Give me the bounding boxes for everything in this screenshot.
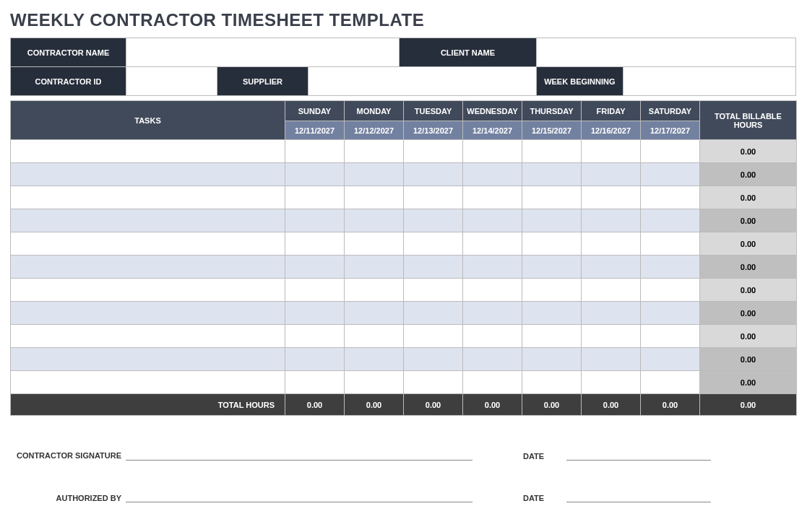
hours-cell[interactable] bbox=[285, 256, 345, 279]
hours-cell[interactable] bbox=[463, 325, 522, 348]
task-cell[interactable] bbox=[11, 186, 285, 209]
hours-cell[interactable] bbox=[582, 186, 641, 209]
hours-cell[interactable] bbox=[522, 302, 582, 325]
task-cell[interactable] bbox=[11, 348, 285, 371]
hours-cell[interactable] bbox=[285, 140, 345, 163]
hours-cell[interactable] bbox=[285, 163, 345, 186]
hours-cell[interactable] bbox=[345, 371, 404, 394]
hours-cell[interactable] bbox=[522, 256, 582, 279]
hours-cell[interactable] bbox=[285, 302, 345, 325]
task-cell[interactable] bbox=[11, 163, 285, 186]
hours-cell[interactable] bbox=[404, 348, 463, 371]
hours-cell[interactable] bbox=[641, 279, 700, 302]
hours-cell[interactable] bbox=[285, 325, 345, 348]
hours-cell[interactable] bbox=[522, 371, 582, 394]
hours-cell[interactable] bbox=[404, 279, 463, 302]
supplier-input[interactable] bbox=[308, 67, 537, 96]
hours-cell[interactable] bbox=[404, 256, 463, 279]
hours-cell[interactable] bbox=[582, 302, 641, 325]
task-cell[interactable] bbox=[11, 279, 285, 302]
hours-cell[interactable] bbox=[641, 302, 700, 325]
hours-cell[interactable] bbox=[641, 371, 700, 394]
hours-cell[interactable] bbox=[463, 163, 522, 186]
contractor-name-input[interactable] bbox=[126, 38, 400, 67]
authorized-date-line[interactable] bbox=[566, 484, 711, 502]
contractor-id-input[interactable] bbox=[126, 67, 217, 96]
task-cell[interactable] bbox=[11, 140, 285, 163]
task-cell[interactable] bbox=[11, 325, 285, 348]
hours-cell[interactable] bbox=[582, 348, 641, 371]
hours-cell[interactable] bbox=[463, 302, 522, 325]
hours-cell[interactable] bbox=[641, 209, 700, 232]
hours-cell[interactable] bbox=[641, 186, 700, 209]
hours-cell[interactable] bbox=[463, 256, 522, 279]
week-beginning-input[interactable] bbox=[623, 67, 795, 96]
hours-cell[interactable] bbox=[345, 348, 404, 371]
hours-cell[interactable] bbox=[285, 348, 345, 371]
hours-cell[interactable] bbox=[404, 163, 463, 186]
hours-cell[interactable] bbox=[641, 348, 700, 371]
hours-cell[interactable] bbox=[345, 163, 404, 186]
hours-cell[interactable] bbox=[522, 232, 582, 256]
hours-cell[interactable] bbox=[463, 140, 522, 163]
hours-cell[interactable] bbox=[404, 186, 463, 209]
hours-cell[interactable] bbox=[522, 186, 582, 209]
contractor-signature-line[interactable] bbox=[126, 442, 472, 461]
hours-cell[interactable] bbox=[285, 186, 345, 209]
client-name-input[interactable] bbox=[537, 38, 796, 67]
hours-cell[interactable] bbox=[641, 163, 700, 186]
hours-cell[interactable] bbox=[641, 256, 700, 279]
hours-cell[interactable] bbox=[463, 186, 522, 209]
hours-cell[interactable] bbox=[345, 302, 404, 325]
contractor-date-line[interactable] bbox=[566, 442, 711, 461]
hours-cell[interactable] bbox=[641, 140, 700, 163]
hours-cell[interactable] bbox=[522, 163, 582, 186]
hours-cell[interactable] bbox=[345, 232, 404, 256]
hours-cell[interactable] bbox=[345, 279, 404, 302]
hours-cell[interactable] bbox=[582, 279, 641, 302]
hours-cell[interactable] bbox=[582, 209, 641, 232]
hours-cell[interactable] bbox=[285, 371, 345, 394]
hours-cell[interactable] bbox=[404, 325, 463, 348]
hours-cell[interactable] bbox=[463, 371, 522, 394]
hours-cell[interactable] bbox=[404, 232, 463, 256]
hours-cell[interactable] bbox=[522, 348, 582, 371]
hours-cell[interactable] bbox=[582, 325, 641, 348]
task-cell[interactable] bbox=[11, 232, 285, 256]
hours-cell[interactable] bbox=[522, 279, 582, 302]
hours-cell[interactable] bbox=[285, 232, 345, 256]
hours-cell[interactable] bbox=[582, 371, 641, 394]
hours-cell[interactable] bbox=[345, 186, 404, 209]
task-cell[interactable] bbox=[11, 302, 285, 325]
hours-cell[interactable] bbox=[463, 279, 522, 302]
hours-cell[interactable] bbox=[582, 256, 641, 279]
hours-cell[interactable] bbox=[582, 140, 641, 163]
hours-cell[interactable] bbox=[285, 209, 345, 232]
hours-cell[interactable] bbox=[345, 140, 404, 163]
hours-cell[interactable] bbox=[463, 209, 522, 232]
hours-cell[interactable] bbox=[582, 232, 641, 256]
col-tasks: TASKS bbox=[11, 101, 285, 140]
hours-cell[interactable] bbox=[463, 232, 522, 256]
hours-cell[interactable] bbox=[404, 209, 463, 232]
hours-cell[interactable] bbox=[641, 232, 700, 256]
hours-cell[interactable] bbox=[404, 302, 463, 325]
task-cell[interactable] bbox=[11, 256, 285, 279]
task-cell[interactable] bbox=[11, 209, 285, 232]
hours-cell[interactable] bbox=[345, 325, 404, 348]
hours-cell[interactable] bbox=[345, 209, 404, 232]
task-cell[interactable] bbox=[11, 371, 285, 394]
hours-cell[interactable] bbox=[641, 325, 700, 348]
hours-cell[interactable] bbox=[404, 371, 463, 394]
col-day-2: TUESDAY bbox=[404, 101, 463, 121]
footer-d4: 0.00 bbox=[522, 394, 582, 416]
hours-cell[interactable] bbox=[345, 256, 404, 279]
hours-cell[interactable] bbox=[522, 140, 582, 163]
hours-cell[interactable] bbox=[522, 325, 582, 348]
hours-cell[interactable] bbox=[404, 140, 463, 163]
authorized-by-line[interactable] bbox=[126, 484, 472, 502]
hours-cell[interactable] bbox=[463, 348, 522, 371]
hours-cell[interactable] bbox=[582, 163, 641, 186]
hours-cell[interactable] bbox=[285, 279, 345, 302]
hours-cell[interactable] bbox=[522, 209, 582, 232]
